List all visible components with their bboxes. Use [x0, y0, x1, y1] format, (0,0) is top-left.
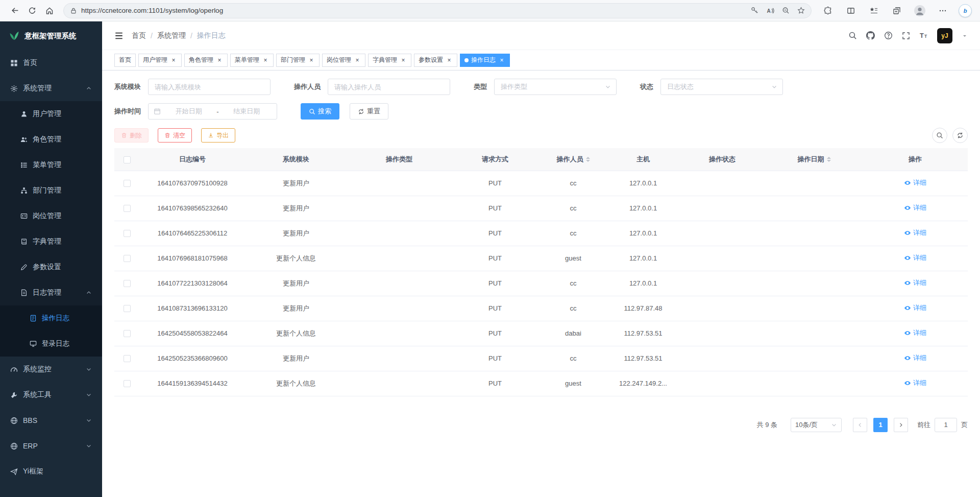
browser-menu-icon[interactable]: [936, 4, 950, 18]
browser-home-button[interactable]: [41, 2, 58, 19]
tab-close-icon[interactable]: ×: [354, 57, 361, 64]
row-checkbox[interactable]: [124, 205, 131, 212]
detail-link[interactable]: 详细: [904, 203, 926, 212]
tab[interactable]: 菜单管理 ×: [230, 54, 274, 67]
split-screen-icon[interactable]: [844, 4, 858, 18]
detail-link[interactable]: 详细: [904, 303, 926, 313]
detail-link[interactable]: 详细: [904, 278, 926, 288]
tab-close-icon[interactable]: ×: [216, 57, 223, 64]
breadcrumb-home[interactable]: 首页: [132, 31, 146, 40]
row-checkbox[interactable]: [124, 230, 131, 237]
font-size-icon[interactable]: [919, 31, 928, 40]
sidebar-item-dept-mgmt[interactable]: 部门管理: [0, 178, 102, 203]
row-checkbox[interactable]: [124, 305, 131, 312]
tab-close-icon[interactable]: ×: [446, 57, 453, 64]
delete-button[interactable]: 删除: [114, 128, 149, 143]
tab[interactable]: 参数设置 ×: [414, 54, 457, 67]
export-button[interactable]: 导出: [201, 128, 235, 143]
sidebar-toggle-icon[interactable]: [114, 31, 124, 40]
collections-icon[interactable]: [890, 4, 904, 18]
bing-discover-icon[interactable]: [959, 4, 972, 17]
operator-input[interactable]: [328, 79, 450, 95]
url-text[interactable]: https://ccnetcore.com:1101/system/log/op…: [81, 7, 747, 14]
sidebar-item-menu-mgmt[interactable]: 菜单管理: [0, 152, 102, 178]
breadcrumb-system-mgmt[interactable]: 系统管理: [157, 31, 186, 40]
browser-back-button[interactable]: [6, 2, 23, 19]
select-all-checkbox[interactable]: [124, 156, 131, 163]
sidebar-item-post-mgmt[interactable]: 岗位管理: [0, 203, 102, 229]
clear-button[interactable]: 清空: [158, 128, 192, 143]
tab-close-icon[interactable]: ×: [262, 57, 269, 64]
sidebar-item-system-monitor[interactable]: 系统监控: [0, 357, 102, 382]
tab[interactable]: 首页 ×: [114, 54, 136, 67]
refresh-table-icon[interactable]: [952, 128, 968, 143]
module-input[interactable]: [148, 79, 271, 95]
sidebar-item-home[interactable]: 首页: [0, 50, 102, 76]
sidebar-item-erp[interactable]: ERP: [0, 433, 102, 459]
status-select[interactable]: 日志状态: [660, 79, 783, 95]
goto-page-input[interactable]: [935, 418, 957, 432]
sidebar-item-yi-framework[interactable]: Yi框架: [0, 459, 102, 484]
date-range-picker[interactable]: 开始日期 - 结束日期: [148, 103, 277, 120]
type-select[interactable]: 操作类型: [494, 79, 617, 95]
row-checkbox[interactable]: [124, 180, 131, 187]
sort-icons[interactable]: [586, 157, 590, 162]
next-page-button[interactable]: [894, 418, 908, 432]
sidebar-item-user-mgmt[interactable]: 用户管理: [0, 101, 102, 127]
tab[interactable]: 部门管理 ×: [276, 54, 320, 67]
row-checkbox[interactable]: [124, 255, 131, 262]
tab[interactable]: 操作日志 ×: [460, 54, 510, 67]
tab[interactable]: 角色管理 ×: [184, 54, 228, 67]
row-checkbox[interactable]: [124, 355, 131, 362]
detail-link[interactable]: 详细: [904, 328, 926, 338]
tab-close-icon[interactable]: ×: [400, 57, 407, 64]
browser-profile-avatar[interactable]: [913, 4, 927, 18]
favorite-star-icon[interactable]: [797, 7, 805, 14]
read-aloud-icon[interactable]: [766, 7, 774, 15]
sidebar-item-operation-log[interactable]: 操作日志: [0, 305, 102, 331]
sidebar-item-system-tools[interactable]: 系统工具: [0, 382, 102, 408]
sidebar-item-login-log[interactable]: 登录日志: [0, 331, 102, 357]
tab[interactable]: 岗位管理 ×: [322, 54, 365, 67]
current-page-button[interactable]: 1: [873, 418, 888, 432]
sidebar-item-bbs[interactable]: BBS: [0, 408, 102, 433]
detail-link[interactable]: 详细: [904, 253, 926, 263]
fullscreen-icon[interactable]: [902, 32, 910, 40]
tab-close-icon[interactable]: ×: [498, 57, 505, 64]
row-checkbox[interactable]: [124, 280, 131, 287]
reset-button[interactable]: 重置: [350, 103, 388, 120]
row-checkbox[interactable]: [124, 330, 131, 337]
avatar-caret-icon[interactable]: [962, 33, 968, 39]
detail-link[interactable]: 详细: [904, 228, 926, 238]
sidebar-item-role-mgmt[interactable]: 角色管理: [0, 127, 102, 152]
tab[interactable]: 字典管理 ×: [368, 54, 411, 67]
detail-link[interactable]: 详细: [904, 378, 926, 388]
extensions-icon[interactable]: [821, 4, 835, 18]
sidebar-item-dict-mgmt[interactable]: 字典管理: [0, 229, 102, 254]
toggle-search-icon[interactable]: [932, 128, 947, 143]
col-header-date[interactable]: 操作日期: [766, 148, 863, 171]
help-icon[interactable]: [884, 31, 893, 40]
tab-close-icon[interactable]: ×: [308, 57, 315, 64]
sidebar-item-system[interactable]: 系统管理: [0, 76, 102, 101]
col-header-operator[interactable]: 操作人员: [539, 148, 607, 171]
browser-reload-button[interactable]: [23, 2, 41, 19]
favorites-bar-icon[interactable]: [867, 4, 881, 18]
sort-icons[interactable]: [827, 157, 831, 162]
prev-page-button[interactable]: [853, 418, 867, 432]
row-checkbox[interactable]: [124, 380, 131, 387]
user-avatar[interactable]: yJ: [937, 28, 952, 43]
detail-link[interactable]: 详细: [904, 353, 926, 363]
lock-icon[interactable]: [70, 7, 77, 14]
sidebar-item-param-settings[interactable]: 参数设置: [0, 254, 102, 280]
password-key-icon[interactable]: [751, 7, 758, 14]
tab[interactable]: 用户管理 ×: [138, 54, 182, 67]
tab-close-icon[interactable]: ×: [170, 57, 177, 64]
sidebar-item-log-mgmt[interactable]: 日志管理: [0, 280, 102, 305]
header-search-icon[interactable]: [848, 31, 857, 40]
detail-link[interactable]: 详细: [904, 178, 926, 187]
search-button[interactable]: 搜索: [301, 103, 339, 120]
zoom-out-icon[interactable]: [782, 7, 790, 14]
page-size-select[interactable]: 10条/页: [791, 418, 842, 432]
github-icon[interactable]: [866, 31, 875, 40]
